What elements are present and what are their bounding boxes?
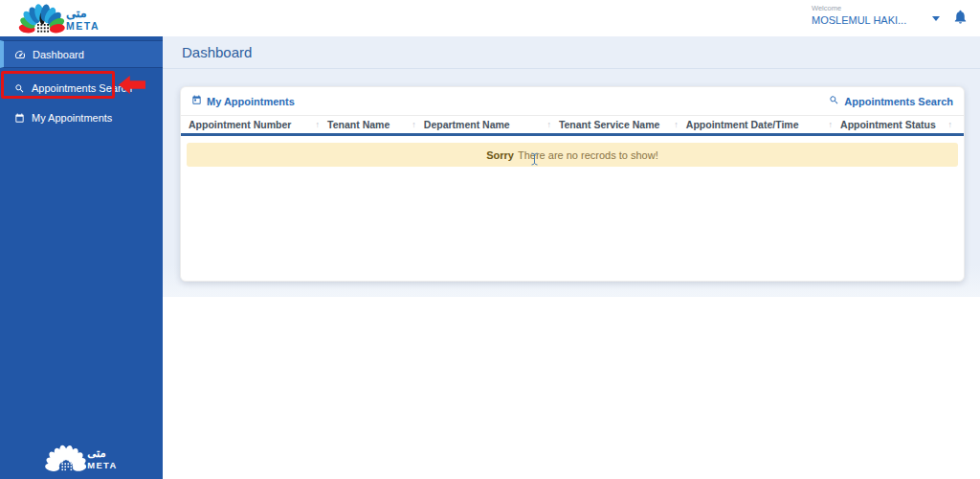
column-header-department-name[interactable]: Department Name ↑: [422, 119, 557, 130]
brand-arabic: متى: [66, 6, 87, 20]
column-header-appointment-status[interactable]: Appointment Status ↑: [838, 119, 958, 130]
brand-latin: META: [87, 460, 117, 470]
user-menu[interactable]: Welcome MOSLEMUL HAKI...: [812, 4, 926, 26]
page-title-bar: Dashboard: [163, 36, 980, 69]
card-header: My Appointments Appointments Search: [181, 87, 964, 116]
sidebar-footer-logo: متى META: [0, 443, 163, 473]
meta-logo-icon: متى META: [13, 2, 105, 34]
page-title: Dashboard: [182, 44, 252, 60]
sidebar-item-dashboard[interactable]: Dashboard: [0, 40, 163, 68]
sort-up-icon[interactable]: ↑: [825, 120, 834, 129]
main-content: Dashboard My Appointments: [163, 36, 980, 479]
card-title-label: My Appointments: [207, 96, 295, 107]
meta-logo-white-icon: متى META: [40, 443, 122, 473]
sort-up-icon[interactable]: ↑: [670, 120, 679, 129]
sidebar-item-label: Dashboard: [33, 49, 84, 60]
sidebar-item-appointments-search[interactable]: Appointments Search: [0, 77, 163, 100]
content-top-panel: Dashboard My Appointments: [163, 36, 980, 297]
grid-header-row: Appointment Number ↑ Tenant Name ↑ Depar…: [181, 116, 964, 136]
column-header-tenant-name[interactable]: Tenant Name ↑: [325, 119, 422, 130]
dashboard-gauge-icon: [14, 49, 26, 60]
sort-up-icon[interactable]: ↑: [543, 120, 551, 129]
column-header-tenant-service-name[interactable]: Tenant Service Name ↑: [557, 119, 684, 130]
username[interactable]: MOSLEMUL HAKI...: [812, 14, 926, 26]
sidebar: Dashboard Appointments Search My Appoint…: [0, 36, 163, 479]
appointments-search-link-label: Appointments Search: [844, 96, 953, 107]
brand-arabic: متى: [87, 446, 105, 459]
column-header-appointment-datetime[interactable]: Appointment Date/Time ↑: [684, 119, 838, 130]
brand-latin: META: [66, 20, 100, 32]
sidebar-item-my-appointments[interactable]: My Appointments: [0, 106, 163, 129]
sort-up-icon[interactable]: ↑: [312, 120, 321, 129]
no-records-alert: Sorry There are no recrods to show!: [187, 143, 958, 167]
sidebar-item-label: Appointments Search: [32, 82, 132, 94]
calendar-icon: [14, 113, 25, 124]
sidebar-item-label: My Appointments: [32, 112, 112, 124]
sort-up-icon[interactable]: ↑: [408, 120, 416, 129]
chevron-down-icon[interactable]: [932, 16, 940, 21]
app-header: متى META Welcome MOSLEMUL HAKI...: [0, 0, 980, 36]
no-records-alert-bold: Sorry: [486, 149, 514, 161]
calendar-icon: [191, 95, 202, 107]
column-header-appointment-number[interactable]: Appointment Number ↑: [187, 119, 325, 130]
sort-up-icon[interactable]: ↑: [944, 120, 952, 129]
notification-bell-icon[interactable]: [952, 9, 969, 29]
welcome-label: Welcome: [812, 4, 926, 12]
search-icon: [829, 95, 839, 107]
my-appointments-card: My Appointments Appointments Search Appo…: [180, 86, 965, 282]
meta-logo[interactable]: متى META: [13, 2, 105, 38]
search-icon: [14, 83, 25, 94]
appointments-search-link[interactable]: Appointments Search: [829, 95, 953, 107]
card-title: My Appointments: [191, 95, 295, 107]
no-records-alert-message: There are no recrods to show!: [518, 149, 658, 161]
